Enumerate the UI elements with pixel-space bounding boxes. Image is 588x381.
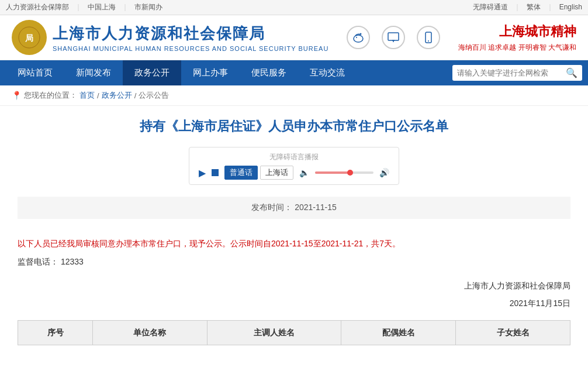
search-box[interactable]: 🔍 <box>452 65 582 81</box>
search-input[interactable] <box>457 68 562 77</box>
tab-putonghua[interactable]: 普通话 <box>224 166 258 180</box>
top-bar: 人力资源社会保障部 中国上海 市新闻办 无障碍通道 繁体 English <box>0 0 588 15</box>
intro-text: 以下人员已经我局审核同意办理本市常住户口，现予公示。公示时间自2021-11-1… <box>18 236 570 251</box>
audio-tab-group: 普通话 上海话 <box>224 166 293 180</box>
svg-text:局: 局 <box>25 33 33 43</box>
play-button[interactable]: ▶ <box>199 167 206 179</box>
header-left: 局 上海市人力资源和社会保障局 SHANGHAI MUNICIPAL HUMAN… <box>12 20 328 55</box>
intro-main: 以下人员已经我局审核同意办理本市常住户口，现予公示。公示时间自 <box>18 239 271 248</box>
org-name-cn: 上海市人力资源和社会保障局 <box>53 23 328 44</box>
main-nav: 网站首页 新闻发布 政务公开 网上办事 便民服务 互动交流 🔍 <box>0 60 588 85</box>
org-signature: 上海市人力资源和社会保障局 <box>18 279 570 293</box>
breadcrumb-prefix: 您现在的位置： <box>24 90 77 101</box>
link-hrss[interactable]: 人力资源社会保障部 <box>6 2 69 12</box>
phone-text: 监督电话： 12333 <box>18 255 570 269</box>
weibo-icon[interactable] <box>347 26 370 49</box>
volume-slider[interactable] <box>315 171 373 174</box>
breadcrumb-sep1: / <box>97 91 99 100</box>
article-body: 以下人员已经我局审核同意办理本市常住户口，现予公示。公示时间自2021-11-1… <box>18 231 570 351</box>
nav-news[interactable]: 新闻发布 <box>64 60 123 85</box>
volume-handle[interactable] <box>347 170 353 176</box>
monitor-icon[interactable] <box>382 26 405 49</box>
breadcrumb-home[interactable]: 首页 <box>79 90 95 101</box>
publish-label: 发布时间： <box>251 202 292 212</box>
volume-fill <box>315 171 350 174</box>
header: 局 上海市人力资源和社会保障局 SHANGHAI MUNICIPAL HUMAN… <box>0 15 588 60</box>
intro-to: 至 <box>313 239 321 248</box>
intro-days: ，共7天。 <box>363 239 400 248</box>
spirit-title: 上海城市精神 <box>499 23 576 40</box>
location-icon: 📍 <box>12 91 22 100</box>
publish-date-value: 2021-11-15 <box>295 202 337 212</box>
col-main-person: 主调人姓名 <box>207 320 341 345</box>
volume-high-icon: 🔊 <box>379 168 389 177</box>
traditional-link[interactable]: 繁体 <box>514 2 541 12</box>
nav-service[interactable]: 便民服务 <box>240 60 298 85</box>
breadcrumb: 📍 您现在的位置： 首页 / 政务公开 / 公示公告 <box>0 85 588 106</box>
logo-emblem: 局 <box>12 20 47 55</box>
search-icon[interactable]: 🔍 <box>566 67 577 78</box>
date-end: 2021-11-21 <box>321 239 364 248</box>
svg-point-3 <box>360 33 362 35</box>
org-name-en: SHANGHAI MUNICIPAL HUMAN RESOURCES AND S… <box>53 45 328 52</box>
audio-label: 无障碍语言播报 <box>199 152 389 162</box>
tab-shanghaihua[interactable]: 上海话 <box>260 166 293 180</box>
volume-low-icon: 🔈 <box>299 168 309 177</box>
header-social-icons <box>347 26 440 49</box>
col-spouse: 配偶姓名 <box>341 320 456 345</box>
stop-button[interactable] <box>212 169 219 176</box>
top-bar-left: 人力资源社会保障部 中国上海 市新闻办 <box>6 2 162 12</box>
table-header-row: 序号 单位名称 主调人姓名 配偶姓名 子女姓名 <box>18 320 570 345</box>
svg-point-4 <box>356 37 357 38</box>
svg-rect-5 <box>388 33 399 40</box>
nav-online[interactable]: 网上办事 <box>181 60 240 85</box>
publish-date-bar: 发布时间： 2021-11-15 <box>18 197 570 219</box>
top-bar-right: 无障碍通道 繁体 English <box>473 2 582 12</box>
main-content: 持有《上海市居住证》人员申办本市常住户口公示名单 无障碍语言播报 ▶ 普通话 上… <box>0 106 588 363</box>
announcement-table: 序号 单位名称 主调人姓名 配偶姓名 子女姓名 <box>18 320 570 345</box>
svg-point-2 <box>354 35 363 42</box>
page-title: 持有《上海市居住证》人员申办本市常住户口公示名单 <box>18 118 570 135</box>
link-shanghai[interactable]: 中国上海 <box>75 2 116 12</box>
accessibility-link[interactable]: 无障碍通道 <box>473 2 508 12</box>
spirit-section: 上海城市精神 海纳百川 追求卓越 开明睿智 大气谦和 <box>458 23 576 53</box>
col-company: 单位名称 <box>93 320 207 345</box>
date-start: 2021-11-15 <box>271 239 313 248</box>
breadcrumb-current: 公示公告 <box>139 90 169 101</box>
link-news[interactable]: 市新闻办 <box>122 2 162 12</box>
audio-controls: ▶ 普通话 上海话 🔈 🔊 <box>199 166 389 180</box>
mobile-icon[interactable] <box>417 26 440 49</box>
date-signature: 2021年11月15日 <box>18 296 570 311</box>
col-index: 序号 <box>18 320 93 345</box>
nav-home[interactable]: 网站首页 <box>6 60 64 85</box>
nav-government[interactable]: 政务公开 <box>123 60 181 85</box>
spirit-desc: 海纳百川 追求卓越 开明睿智 大气谦和 <box>458 43 576 53</box>
breadcrumb-sep2: / <box>134 91 137 100</box>
audio-player: 无障碍语言播报 ▶ 普通话 上海话 🔈 🔊 <box>189 147 399 185</box>
logo-text: 上海市人力资源和社会保障局 SHANGHAI MUNICIPAL HUMAN R… <box>53 23 328 52</box>
breadcrumb-gov[interactable]: 政务公开 <box>102 90 132 101</box>
phone-number: 12333 <box>61 257 84 266</box>
svg-point-9 <box>428 40 429 42</box>
phone-label: 监督电话： <box>18 257 58 266</box>
english-link[interactable]: English <box>547 2 582 12</box>
nav-interaction[interactable]: 互动交流 <box>298 60 357 85</box>
col-children: 子女姓名 <box>456 320 570 345</box>
